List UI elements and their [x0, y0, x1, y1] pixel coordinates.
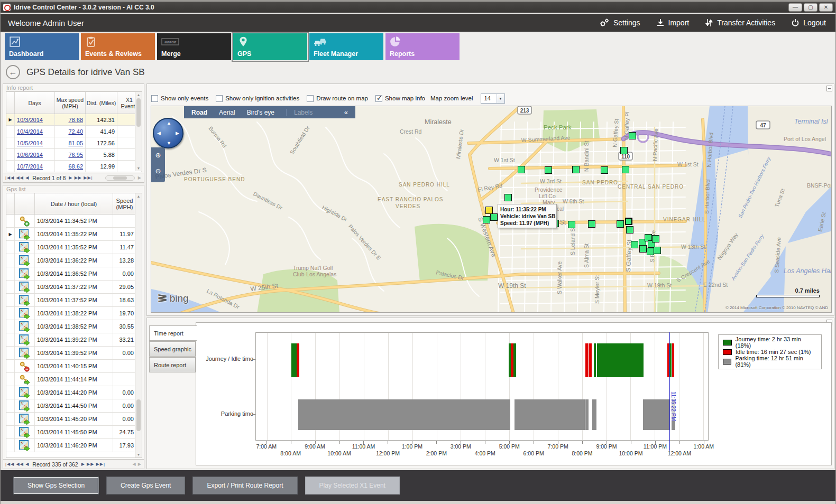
gps-marker[interactable] — [631, 241, 638, 248]
map-zoom-out-icon[interactable]: ⊖ — [151, 163, 165, 179]
map-pan-control[interactable]: ▲▼ ◀▶ — [153, 118, 183, 148]
title-bar[interactable]: Idrive Control Center - 3.0.2 version - … — [1, 1, 835, 13]
tab-route-report[interactable]: Route report — [149, 357, 196, 372]
nav-tile-fleet-manager[interactable]: Fleet Manager — [309, 33, 383, 60]
tab-speed-graphic[interactable]: Speed graphic — [149, 341, 196, 357]
map-style-road[interactable]: Road — [191, 109, 207, 116]
gps-marker[interactable] — [601, 166, 608, 174]
max-speed-link[interactable]: 68.62 — [68, 163, 83, 170]
day-link[interactable]: 10/6/2014 — [17, 152, 43, 158]
gps-list-row[interactable]: 10/3/2014 11:36:52 PM0.00 — [6, 267, 142, 281]
gps-list-row[interactable]: 10/3/2014 11:38:22 PM19.70 — [6, 307, 142, 320]
gps-marker[interactable] — [622, 166, 629, 173]
gps-list-row[interactable]: 10/3/2014 11:46:20 PM17.93 — [6, 439, 142, 452]
checkbox-box[interactable] — [375, 95, 382, 102]
day-link[interactable]: 10/5/2014 — [17, 140, 43, 146]
nav-tile-gps[interactable]: GPS — [233, 33, 307, 60]
bing-map[interactable]: MiralesteCrest RdBurma RdSouthfield DrMi… — [151, 106, 832, 313]
map-style-labels[interactable]: Labels — [286, 109, 313, 116]
gps-list-pager[interactable]: |◀◀ ◀◀ ◀ Record 335 of 362 ▶ ▶▶ ▶▶| ◀ ▶ — [3, 459, 144, 469]
info-report-row[interactable]: 10/7/201468.6212.99 — [6, 161, 142, 172]
info-report-row[interactable]: 10/4/201472.4041.49 — [6, 126, 142, 137]
gps-marker[interactable] — [626, 226, 633, 234]
map-style-bird-s-eye[interactable]: Bird's eye — [247, 109, 274, 116]
minimize-button[interactable]: — — [788, 3, 802, 12]
create-gps-event-button[interactable]: Create Gps Event — [106, 477, 185, 494]
gps-list-row[interactable]: 10/3/2014 11:45:20 PM0.00 — [6, 413, 142, 426]
gps-marker[interactable] — [572, 166, 580, 173]
gps-list-row[interactable]: 10/3/2014 11:34:52 PM — [6, 214, 142, 228]
info-report-row[interactable]: 10/6/201476.955.88 — [6, 149, 142, 161]
checkbox-box[interactable] — [151, 95, 158, 102]
map-zoom-dropdown[interactable]: 14 ▼ — [481, 94, 505, 104]
gps-marker[interactable] — [588, 220, 595, 228]
gps-marker[interactable] — [483, 216, 490, 223]
gps-list-row[interactable]: 10/3/2014 11:39:22 PM33.21 — [6, 333, 142, 347]
map-zoom-in-icon[interactable]: ⊕ — [151, 147, 165, 163]
gps-marker[interactable] — [654, 247, 661, 254]
nav-tile-reports[interactable]: Reports — [385, 33, 460, 60]
checkbox-show-map-info[interactable]: Show map info — [375, 95, 425, 102]
max-speed-link[interactable]: 78.68 — [68, 117, 83, 123]
gps-list-row[interactable]: 10/3/2014 11:38:52 PM30.55 — [6, 320, 142, 333]
info-pager-hscroll[interactable] — [105, 175, 135, 181]
gps-list-row[interactable]: 10/3/2014 11:44:20 PM0.00 — [6, 386, 142, 399]
map-zoom-control[interactable]: ⊕ ⊖ — [151, 147, 165, 182]
map-toolbar-collapse-icon[interactable]: « — [344, 108, 348, 116]
menu-action-settings[interactable]: Settings — [599, 18, 640, 27]
gps-marker[interactable] — [647, 248, 654, 255]
checkbox-box[interactable] — [216, 95, 223, 102]
checkbox-draw-route-on-map[interactable]: Draw route on map — [307, 95, 368, 102]
day-link[interactable]: 10/4/2014 — [17, 128, 43, 135]
info-report-table[interactable]: DaysMax speed (MPH)Dist. (Miles)X1 Event… — [6, 91, 142, 172]
gps-list-row[interactable]: ▶10/3/2014 11:35:22 PM11.97 — [6, 228, 142, 241]
gps-marker[interactable] — [629, 132, 636, 139]
gps-marker[interactable] — [518, 166, 525, 173]
gps-list-row[interactable]: 10/3/2014 11:35:52 PM11.47 — [6, 241, 142, 254]
gps-list-row[interactable]: 10/3/2014 11:45:50 PM24.75 — [6, 426, 142, 439]
gps-list-row[interactable]: 10/3/2014 11:39:52 PM0.00 — [6, 347, 142, 360]
info-table-scrollbar[interactable]: ▲▼ — [135, 92, 142, 171]
day-link[interactable]: 10/3/2014 — [17, 117, 43, 123]
nav-tile-events-reviews[interactable]: Events & Reviews — [81, 33, 155, 60]
gps-list-row[interactable]: 10/3/2014 11:44:14 PM — [6, 373, 142, 386]
menu-action-logout[interactable]: Logout — [791, 18, 826, 27]
checkbox-show-only-events[interactable]: Show only events — [151, 95, 208, 102]
gps-list-row[interactable]: 10/3/2014 11:36:22 PM13.28 — [6, 254, 142, 267]
gps-marker[interactable] — [545, 166, 552, 174]
gps-marker[interactable] — [617, 220, 624, 228]
gps-marker[interactable] — [652, 235, 659, 242]
max-speed-link[interactable]: 76.95 — [68, 152, 83, 158]
gps-list-row[interactable]: 10/3/2014 11:40:15 PM — [6, 360, 142, 373]
gps-marker[interactable] — [625, 218, 632, 225]
tab-time-report[interactable]: Time report — [149, 325, 197, 341]
gps-marker[interactable] — [504, 194, 512, 201]
max-speed-link[interactable]: 81.05 — [68, 140, 83, 146]
checkbox-box[interactable] — [307, 95, 314, 102]
day-link[interactable]: 10/7/2014 — [17, 163, 43, 170]
max-speed-link[interactable]: 72.40 — [68, 128, 83, 135]
gps-marker[interactable] — [639, 245, 647, 253]
gps-list-row[interactable]: 10/3/2014 11:37:22 PM29.05 — [6, 281, 142, 294]
map-panel-collapse-button[interactable] — [826, 86, 832, 91]
map-style-aerial[interactable]: Aerial — [219, 109, 235, 116]
nav-tile-merge[interactable]: MERGEMerge — [157, 33, 231, 60]
info-report-row[interactable]: 10/5/201481.05172.56 — [6, 137, 142, 149]
show-gps-selection-button[interactable]: Show Gps Selection — [13, 477, 99, 494]
menu-action-transfer-activities[interactable]: Transfer Activities — [705, 18, 775, 27]
selected-gps-marker[interactable] — [485, 207, 493, 214]
gps-list-row[interactable]: 10/3/2014 11:44:50 PM0.00 — [6, 399, 142, 413]
gps-marker[interactable] — [568, 221, 575, 228]
nav-tile-dashboard[interactable]: Dashboard — [5, 33, 79, 60]
menu-action-import[interactable]: Import — [656, 18, 690, 27]
info-report-pager[interactable]: |◀◀ ◀◀ ◀ Record 1 of 8 ▶ ▶▶ ▶▶| ▶ — [3, 173, 144, 182]
gps-table-scrollbar[interactable]: ▲▼ — [135, 193, 142, 458]
close-button[interactable]: ✕ — [819, 3, 833, 12]
gps-marker[interactable] — [490, 213, 498, 221]
back-button[interactable]: ← — [6, 65, 20, 79]
gps-list-table[interactable]: Date / hour (local)Speed (MPH) 10/3/2014… — [6, 193, 142, 458]
maximize-button[interactable]: ▢ — [804, 3, 817, 12]
info-report-row[interactable]: ▶10/3/201478.68142.31 — [6, 114, 142, 126]
gps-list-row[interactable]: 10/3/2014 11:37:52 PM18.63 — [6, 294, 142, 307]
gps-marker[interactable] — [620, 147, 628, 154]
